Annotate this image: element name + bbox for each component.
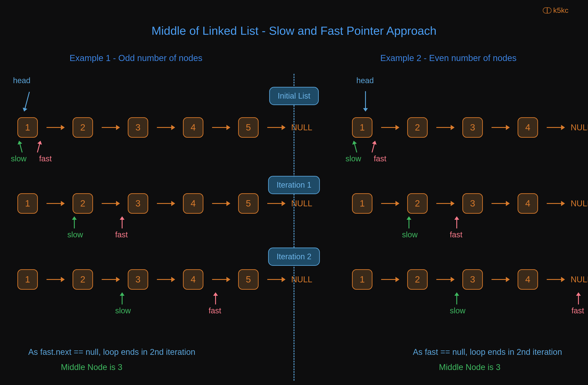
node: 3 [462, 193, 483, 214]
stage-initial: Initial List [269, 87, 319, 105]
node: 1 [17, 193, 38, 214]
ex1-result: Middle Node is 3 [61, 363, 122, 372]
arrow-icon [212, 203, 230, 204]
node: 2 [73, 117, 93, 138]
ex2-condition: As fast == null, loop ends in 2nd iterat… [413, 347, 562, 357]
arrow-icon [436, 127, 454, 128]
ex1-iter2-row: 1 2 3 4 5 NULL [17, 269, 312, 290]
node: 3 [462, 269, 483, 290]
head-arrow-icon [24, 92, 30, 111]
slow-arrow-icon [456, 293, 457, 304]
null-label: NULL [571, 123, 588, 132]
stage-iter1: Iteration 1 [268, 176, 320, 194]
arrow-icon [267, 203, 285, 204]
ex1-iter1-row: 1 2 3 4 5 NULL [17, 193, 312, 214]
slow-arrow-icon [122, 293, 123, 304]
arrow-icon [102, 279, 119, 280]
example2-subtitle: Example 2 - Even number of nodes [380, 53, 517, 63]
fast-arrow-icon [37, 141, 41, 152]
node: 4 [518, 193, 538, 214]
node: 2 [407, 193, 428, 214]
node: 2 [73, 269, 93, 290]
ex2-initial-row: 1 2 3 4 NULL [352, 117, 588, 138]
node: 1 [352, 269, 373, 290]
arrow-icon [46, 279, 64, 280]
arrow-icon [547, 127, 564, 128]
fast-label: fast [571, 306, 584, 315]
watermark: k5kc [543, 6, 568, 15]
arrow-icon [267, 127, 285, 128]
arrow-icon [547, 203, 564, 204]
arrow-icon [491, 127, 509, 128]
fast-arrow-icon [456, 217, 457, 228]
slow-label: slow [115, 306, 131, 315]
stage-iter2: Iteration 2 [268, 247, 320, 266]
null-label: NULL [571, 275, 588, 284]
fast-arrow-icon [372, 141, 375, 152]
node: 1 [17, 117, 38, 138]
example1-subtitle: Example 1 - Odd number of nodes [69, 53, 202, 63]
ex2-iter2-row: 1 2 3 4 NULL [352, 269, 588, 290]
fast-arrow-icon [122, 217, 123, 228]
head-arrow-icon [365, 91, 366, 111]
arrow-icon [491, 279, 509, 280]
node: 3 [128, 193, 148, 214]
node: 4 [183, 117, 203, 138]
arrow-icon [436, 279, 454, 280]
arrow-icon [157, 203, 174, 204]
arrow-icon [381, 203, 399, 204]
watermark-text: k5kc [553, 6, 568, 15]
node: 2 [73, 193, 93, 214]
arrow-icon [381, 279, 399, 280]
fast-label: fast [374, 154, 386, 163]
arrow-icon [157, 127, 174, 128]
slow-arrow-icon [19, 141, 22, 152]
node: 4 [183, 269, 203, 290]
arrow-icon [102, 203, 119, 204]
node: 4 [518, 117, 538, 138]
arrow-icon [46, 203, 64, 204]
null-label: NULL [571, 199, 588, 208]
fast-label: fast [209, 306, 221, 315]
ex1-initial-row: 1 2 3 4 5 NULL [17, 117, 312, 138]
slow-label: slow [11, 154, 26, 163]
arrow-icon [547, 279, 564, 280]
page-title: Middle of Linked List - Slow and Fast Po… [0, 24, 588, 37]
node: 4 [183, 193, 203, 214]
node: 3 [128, 117, 148, 138]
arrow-icon [46, 127, 64, 128]
slow-label: slow [450, 306, 465, 315]
node: 3 [462, 117, 483, 138]
arrow-icon [212, 127, 230, 128]
node: 1 [352, 117, 373, 138]
ex1-condition: As fast.next == null, loop ends in 2nd i… [28, 347, 195, 357]
node: 5 [238, 193, 259, 214]
fast-label: fast [39, 154, 52, 163]
node: 2 [407, 117, 428, 138]
arrow-icon [212, 279, 230, 280]
fast-arrow-icon [215, 293, 216, 304]
arrow-icon [102, 127, 119, 128]
fast-label: fast [450, 230, 462, 239]
arrow-icon [267, 279, 285, 280]
node: 5 [238, 117, 259, 138]
arrow-icon [381, 127, 399, 128]
fast-label: fast [115, 230, 128, 239]
node: 4 [518, 269, 538, 290]
vertical-divider [294, 74, 294, 381]
node: 3 [128, 269, 148, 290]
node: 2 [407, 269, 428, 290]
ex2-iter1-row: 1 2 3 4 NULL [352, 193, 588, 214]
arrow-icon [436, 203, 454, 204]
node: 5 [238, 269, 259, 290]
slow-arrow-icon [354, 141, 357, 152]
node: 1 [352, 193, 373, 214]
slow-label: slow [345, 154, 361, 163]
slow-label: slow [402, 230, 418, 239]
head-label: head [13, 76, 30, 85]
logo-icon [543, 7, 551, 14]
arrow-icon [491, 203, 509, 204]
fast-arrow-icon [578, 293, 579, 304]
ex2-result: Middle Node is 3 [439, 363, 501, 372]
node: 1 [17, 269, 38, 290]
